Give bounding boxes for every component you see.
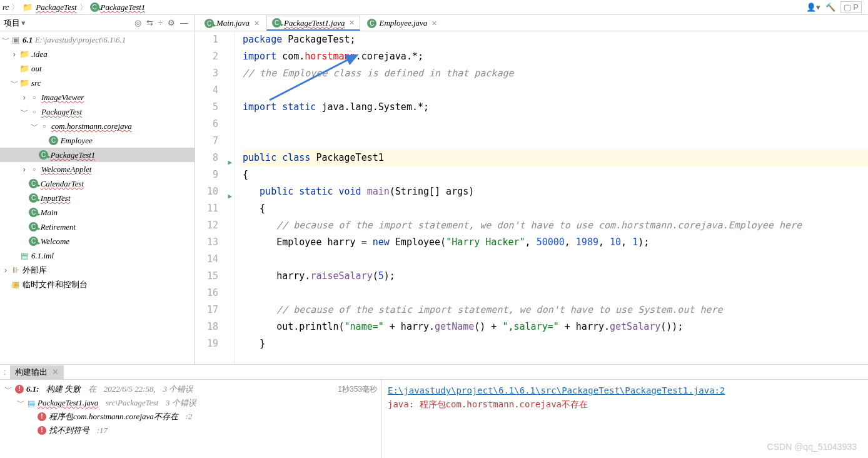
- tree-idea[interactable]: .idea: [31, 49, 48, 59]
- chevron-down-icon[interactable]: ﹀: [20, 106, 29, 118]
- tab-main[interactable]: CMain.java✕: [199, 16, 265, 31]
- project-tree[interactable]: ﹀▣6.1 E:\javastudy\project\6.1\6.1 ›📁.id…: [0, 31, 194, 364]
- close-icon[interactable]: ✕: [431, 19, 437, 28]
- err-msg-2[interactable]: 找不到符号: [49, 425, 89, 436]
- code-line[interactable]: [243, 285, 868, 302]
- code-line[interactable]: [243, 133, 868, 150]
- code-line[interactable]: // because of the static import statemen…: [243, 302, 868, 318]
- err-msg-1[interactable]: 程序包com.horstmann.corejava不存在: [49, 411, 178, 422]
- code-line[interactable]: [243, 251, 868, 268]
- expand-icon[interactable]: ⇆: [146, 18, 153, 28]
- class-icon: C: [39, 150, 48, 160]
- code-area[interactable]: 12345678▶910▶111213141516171819 package …: [195, 31, 868, 364]
- tree-packagetest1[interactable]: PackageTest1: [51, 150, 96, 160]
- editor: CMain.java✕ CPackageTest1.java✕ CEmploye…: [195, 15, 868, 364]
- code-line[interactable]: {: [243, 166, 868, 183]
- chevron-right-icon[interactable]: ›: [10, 49, 19, 59]
- close-icon[interactable]: ✕: [52, 367, 59, 377]
- code-line[interactable]: [243, 116, 868, 133]
- code-line[interactable]: // the Employee class is defined in that…: [243, 65, 868, 82]
- user-icon[interactable]: 👤▾: [806, 3, 820, 12]
- close-icon[interactable]: ✕: [349, 19, 355, 27]
- crumb-root[interactable]: rc: [3, 3, 9, 13]
- crumb-package[interactable]: PackageTest: [36, 3, 76, 13]
- tree-retirement[interactable]: Retirement: [41, 222, 76, 232]
- tree-employee[interactable]: Employee: [61, 136, 93, 146]
- tree-welcome[interactable]: Welcome: [41, 237, 69, 247]
- class-icon: C: [29, 222, 38, 232]
- chevron-down-icon[interactable]: ﹀: [16, 397, 25, 409]
- library-icon: ⊪: [10, 265, 21, 276]
- code-line[interactable]: // because of the import statement, we d…: [243, 217, 868, 234]
- close-icon[interactable]: ✕: [254, 19, 260, 28]
- code-line[interactable]: import com.horstmann.corejava.*;: [243, 48, 868, 65]
- chevron-down-icon[interactable]: ﹀: [4, 384, 13, 395]
- project-icon: ▣: [10, 34, 21, 46]
- tree-scratch[interactable]: 临时文件和控制台: [23, 279, 88, 290]
- tree-calendartest[interactable]: CalendarTest: [41, 179, 84, 189]
- collapse-icon[interactable]: ÷: [158, 18, 163, 28]
- chevron-right-icon: 〉: [11, 2, 19, 13]
- err-file[interactable]: PackageTest1.java: [38, 398, 98, 408]
- chevron-right-icon[interactable]: ›: [20, 165, 29, 174]
- crumb-class[interactable]: PackageTest1: [101, 3, 146, 13]
- run-icon[interactable]: ▶: [228, 154, 232, 171]
- project-name[interactable]: 6.1: [23, 35, 33, 45]
- tree-src[interactable]: src: [31, 78, 41, 88]
- gutter: 12345678▶910▶111213141516171819: [195, 31, 235, 364]
- project-path: E:\javastudy\project\6.1\6.1: [35, 35, 126, 45]
- chevron-down-icon[interactable]: ﹀: [1, 34, 10, 46]
- code-line[interactable]: import static java.lang.System.*;: [243, 99, 868, 116]
- chevron-right-icon[interactable]: ›: [20, 93, 29, 102]
- target-icon[interactable]: ◎: [134, 18, 141, 28]
- build-icon[interactable]: 🔨: [825, 3, 835, 12]
- folder-icon: 📁: [22, 2, 33, 13]
- code-line[interactable]: [243, 82, 868, 99]
- chevron-right-icon: 〉: [79, 2, 88, 13]
- code-line[interactable]: public class PackageTest1: [243, 150, 868, 166]
- code-line[interactable]: }: [243, 335, 868, 352]
- folder-icon: 📁: [19, 63, 30, 74]
- tab-packagetest1[interactable]: CPackageTest1.java✕: [266, 16, 360, 31]
- tree-main[interactable]: Main: [41, 208, 58, 218]
- class-icon: C: [367, 19, 376, 28]
- chevron-down-icon[interactable]: ﹀: [10, 78, 19, 89]
- tree-inputtest[interactable]: InputTest: [41, 193, 71, 203]
- tree-packagetest[interactable]: PackageTest: [41, 107, 82, 117]
- tree-extlib[interactable]: 外部库: [23, 265, 47, 276]
- tab-employee[interactable]: CEmployee.java✕: [361, 16, 443, 31]
- build-tree[interactable]: ﹀!6.1: 构建 失败 在 2022/6/5 22:58, 3 个错误1秒35…: [0, 380, 381, 458]
- code-line[interactable]: {: [243, 200, 868, 217]
- hide-icon[interactable]: —: [180, 18, 188, 28]
- class-icon: C: [90, 3, 99, 12]
- tree-imageviewer[interactable]: ImageViewer: [41, 93, 84, 103]
- tab-build-output[interactable]: 构建输出✕: [10, 365, 64, 379]
- chevron-down-icon[interactable]: ﹀: [30, 121, 39, 132]
- tree-out[interactable]: out: [31, 64, 42, 74]
- build-tabs: : 构建输出✕: [0, 365, 868, 380]
- tree-com-horstmann[interactable]: com.horstmann.corejava: [51, 121, 132, 131]
- folder-icon: 📁: [19, 78, 30, 89]
- editor-tabs: CMain.java✕ CPackageTest1.java✕ CEmploye…: [195, 15, 868, 31]
- file-icon: ▤: [28, 399, 35, 408]
- tree-iml[interactable]: 6.1.iml: [31, 251, 54, 261]
- code-line[interactable]: out.println("name=" + harry.getName() + …: [243, 318, 868, 335]
- panel-prefix: :: [4, 367, 6, 377]
- chevron-right-icon[interactable]: ›: [1, 265, 10, 275]
- package-icon: ▫: [29, 92, 40, 103]
- error-link[interactable]: E:\javastudy\project\6.1\6.1\src\Package…: [388, 385, 725, 395]
- code-line[interactable]: package PackageTest;: [243, 31, 868, 48]
- class-icon: C: [49, 136, 58, 145]
- code-body[interactable]: package PackageTest;import com.horstmann…: [235, 31, 868, 364]
- code-line[interactable]: Employee harry = new Employee("Harry Hac…: [243, 234, 868, 251]
- code-line[interactable]: public static void main(String[] args): [243, 183, 868, 200]
- package-icon: ▫: [39, 121, 50, 132]
- tree-welcomeapplet[interactable]: WelcomeApplet: [41, 165, 91, 175]
- class-icon: C: [29, 208, 38, 217]
- file-icon: ▤: [19, 250, 30, 262]
- gear-icon[interactable]: ⚙: [168, 18, 175, 28]
- code-line[interactable]: harry.raiseSalary(5);: [243, 268, 868, 285]
- run-icon[interactable]: ▶: [228, 188, 232, 205]
- chevron-down-icon[interactable]: ▾: [21, 18, 26, 28]
- run-config-icon[interactable]: ▢ P: [840, 1, 862, 13]
